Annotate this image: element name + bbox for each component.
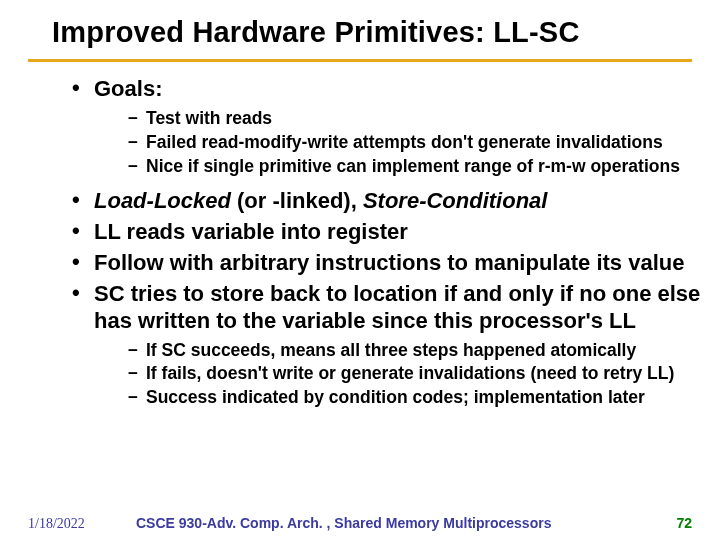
bullet-follow: Follow with arbitrary instructions to ma… xyxy=(68,248,710,279)
llsc-mid: (or -linked), xyxy=(231,188,363,213)
llsc-storecond: Store-Conditional xyxy=(363,188,548,213)
slide-footer: 1/18/2022 CSCE 930-Adv. Comp. Arch. , Sh… xyxy=(0,515,720,532)
sc-sub-3: Success indicated by condition codes; im… xyxy=(128,386,710,410)
footer-page-number: 72 xyxy=(652,515,692,531)
footer-date: 1/18/2022 xyxy=(28,516,128,532)
footer-course: CSCE 930-Adv. Comp. Arch. , Shared Memor… xyxy=(128,515,652,531)
bullet-sc-label: SC tries to store back to location if an… xyxy=(94,281,700,333)
goals-sub-3: Nice if single primitive can implement r… xyxy=(128,155,710,179)
sc-sub-1: If SC succeeds, means all three steps ha… xyxy=(128,339,710,363)
slide-content: Goals: Test with reads Failed read-modif… xyxy=(0,74,720,418)
llsc-loadlocked: Load-Locked xyxy=(94,188,231,213)
title-underline xyxy=(28,59,692,62)
bullet-goals: Goals: Test with reads Failed read-modif… xyxy=(68,74,710,186)
bullet-sc: SC tries to store back to location if an… xyxy=(68,279,710,418)
slide-title: Improved Hardware Primitives: LL-SC xyxy=(0,16,720,57)
goals-sub-2: Failed read-modify-write attempts don't … xyxy=(128,131,710,155)
goals-sublist: Test with reads Failed read-modify-write… xyxy=(94,107,710,179)
bullet-list: Goals: Test with reads Failed read-modif… xyxy=(68,74,710,418)
goals-sub-1: Test with reads xyxy=(128,107,710,131)
bullet-llsc: Load-Locked (or -linked), Store-Conditio… xyxy=(68,186,710,217)
bullet-ll-reads: LL reads variable into register xyxy=(68,217,710,248)
sc-sub-2: If fails, doesn't write or generate inva… xyxy=(128,362,710,386)
slide: Improved Hardware Primitives: LL-SC Goal… xyxy=(0,0,720,540)
sc-sublist: If SC succeeds, means all three steps ha… xyxy=(94,339,710,411)
bullet-goals-label: Goals: xyxy=(94,76,162,101)
